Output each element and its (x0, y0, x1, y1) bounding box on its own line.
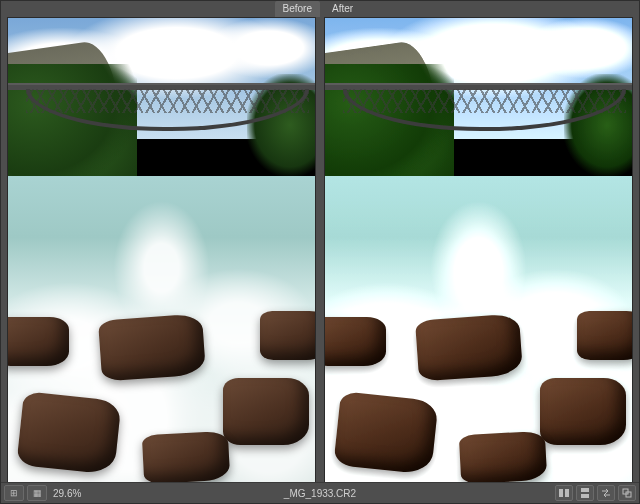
after-image (325, 18, 632, 482)
compare-header: Before After (1, 1, 639, 17)
swap-before-after-button[interactable] (597, 485, 615, 501)
compare-left-right-button[interactable] (555, 485, 573, 501)
svg-rect-1 (565, 489, 569, 497)
compare-top-bottom-button[interactable] (576, 485, 594, 501)
before-image (8, 18, 315, 482)
before-label: Before (275, 1, 320, 17)
svg-rect-3 (581, 494, 589, 498)
camera-raw-preview-window: Before After (0, 0, 640, 504)
svg-rect-2 (581, 488, 589, 492)
after-header: After (320, 1, 639, 17)
svg-rect-0 (559, 489, 563, 497)
zoom-level[interactable]: 29.6% (53, 488, 81, 499)
after-image-pane[interactable] (324, 17, 633, 483)
compare-panes (7, 17, 633, 483)
after-label: After (324, 1, 361, 17)
copy-settings-button[interactable] (618, 485, 636, 501)
grid-view-button[interactable]: ▦ (27, 485, 47, 501)
toggle-view-button[interactable]: ⊞ (4, 485, 24, 501)
before-header: Before (1, 1, 320, 17)
before-image-pane[interactable] (7, 17, 316, 483)
filename-label: _MG_1933.CR2 (284, 488, 356, 499)
status-bar: ⊞ ▦ 29.6% _MG_1933.CR2 (1, 482, 639, 503)
